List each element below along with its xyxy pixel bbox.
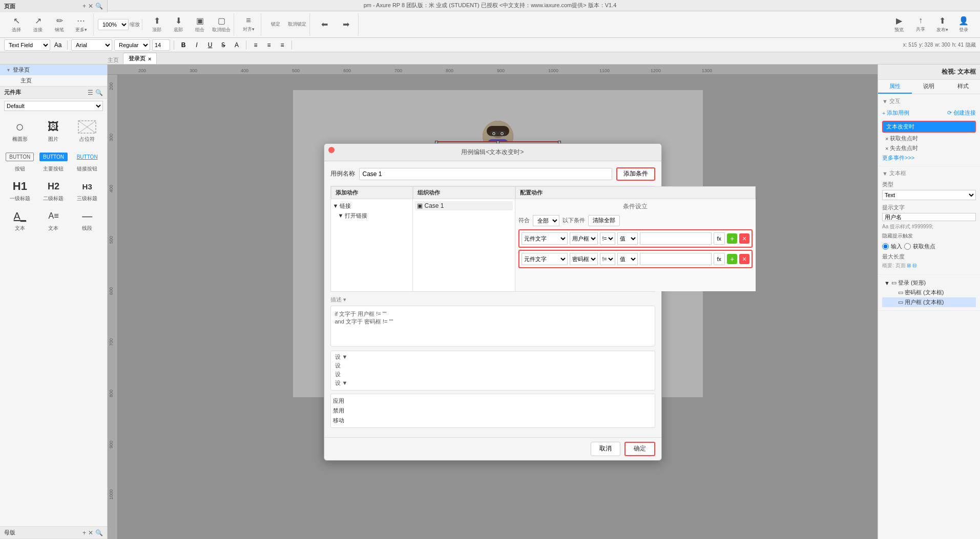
dialog-cancel-button[interactable]: 取消 bbox=[591, 442, 620, 456]
strikethrough-button[interactable]: S̶ bbox=[218, 39, 229, 51]
bottom-order-button[interactable]: ⬇ 底部 bbox=[168, 13, 189, 36]
more-events-link[interactable]: 更多事件>>> bbox=[882, 153, 976, 163]
val-input-2[interactable] bbox=[640, 253, 712, 265]
page-delete-button[interactable]: ✕ bbox=[88, 3, 93, 10]
unlock-button[interactable]: 取消锁定 bbox=[287, 13, 307, 36]
add-condition-row-1[interactable]: + bbox=[727, 233, 737, 244]
comp-button[interactable]: BUTTON 按钮 bbox=[4, 147, 36, 175]
hint-input[interactable] bbox=[882, 213, 976, 221]
login-tab-close[interactable]: × bbox=[148, 56, 151, 62]
type-select[interactable]: Text bbox=[882, 190, 976, 200]
preview-button[interactable]: ▶ 预览 bbox=[889, 13, 909, 36]
share-button[interactable]: ↑ 共享 bbox=[910, 13, 931, 36]
op-select-2[interactable]: != bbox=[600, 253, 615, 265]
master-delete-button[interactable]: ✕ bbox=[88, 529, 93, 536]
font-color-button[interactable]: A bbox=[231, 39, 242, 51]
page-search-button[interactable]: 🔍 bbox=[95, 3, 103, 10]
action-group-link[interactable]: ▼ 链接 bbox=[331, 201, 412, 211]
nav-left-button[interactable]: ⬅ bbox=[314, 13, 335, 36]
page-add-button[interactable]: + bbox=[82, 3, 86, 10]
create-link-button[interactable]: ⟳ 创建连接 bbox=[947, 109, 976, 117]
login-page-tab[interactable]: 登录页 × bbox=[123, 53, 157, 64]
rp-tab-property[interactable]: 属性 bbox=[878, 80, 912, 94]
comp-h3[interactable]: H3 三级标题 bbox=[71, 177, 103, 204]
page-tree-item-main[interactable]: 主页 bbox=[0, 75, 107, 86]
nav-right-button[interactable]: ➡ bbox=[336, 13, 356, 36]
scope-filter-icon[interactable]: ⊞ bbox=[907, 263, 911, 268]
move-action-item[interactable]: 移动 bbox=[331, 416, 655, 425]
comp-line[interactable]: — 线段 bbox=[71, 206, 103, 234]
underline-button[interactable]: U bbox=[204, 39, 216, 51]
rp-tab-description[interactable]: 说明 bbox=[912, 80, 946, 94]
component-style-button[interactable]: Aa bbox=[52, 39, 64, 51]
focus-event[interactable]: × 获取焦点时 bbox=[882, 134, 976, 143]
dialog-close-button[interactable] bbox=[328, 147, 335, 153]
sub-select-1[interactable]: 用户框 bbox=[570, 232, 598, 245]
clear-conditions-button[interactable]: 清除全部 bbox=[588, 215, 620, 226]
group-button[interactable]: ▣ 组合 bbox=[190, 13, 210, 36]
rp-tree-password[interactable]: ▭ 密码框 (文本框) bbox=[882, 288, 976, 297]
blur-event[interactable]: × 失去焦点时 bbox=[882, 143, 976, 153]
val-input-1[interactable] bbox=[640, 232, 712, 245]
account-button[interactable]: 👤 登录 bbox=[953, 13, 974, 36]
top-order-button[interactable]: ⬆ 顶部 bbox=[147, 13, 167, 36]
comp-placeholder[interactable]: 占位符 bbox=[71, 117, 103, 145]
zoom-select[interactable]: 100% bbox=[98, 19, 129, 30]
ungroup-button[interactable]: ▢ 取消组合 bbox=[211, 13, 232, 36]
more-tools-button[interactable]: ⋯ 更多▾ bbox=[71, 13, 91, 36]
select-tool-button[interactable]: ↖ 选择 bbox=[6, 13, 27, 36]
comp-lib-menu-button[interactable]: ☰ bbox=[88, 89, 93, 96]
sub-select-2[interactable]: 密码框 bbox=[570, 253, 598, 265]
comp-link-button[interactable]: BUTTON 链接按钮 bbox=[71, 147, 103, 175]
rp-tab-style[interactable]: 样式 bbox=[946, 80, 980, 94]
del-condition-row-1[interactable]: × bbox=[739, 233, 749, 244]
comp-text[interactable]: A_ 文本 bbox=[4, 206, 36, 234]
comp-text-aligned[interactable]: A≡ 文本 bbox=[38, 206, 70, 234]
add-case-button[interactable]: + 添加用例 bbox=[882, 108, 909, 118]
fx-button-1[interactable]: fx bbox=[714, 232, 725, 245]
field-select-2[interactable]: 元件文字 bbox=[522, 253, 568, 265]
italic-button[interactable]: I bbox=[191, 39, 202, 51]
rp-tree-username[interactable]: ▭ 用户框 (文本框) bbox=[882, 297, 976, 307]
comp-h1[interactable]: H1 一级标题 bbox=[4, 177, 36, 204]
publish-button[interactable]: ⬆ 发布▾ bbox=[932, 13, 952, 36]
fx-button-2[interactable]: fx bbox=[714, 253, 725, 265]
font-family-select[interactable]: Arial bbox=[71, 39, 112, 51]
comp-primary-button[interactable]: BUTTON 主要按钮 bbox=[38, 147, 70, 175]
comp-h2[interactable]: H2 二级标题 bbox=[38, 177, 70, 204]
val-type-select-2[interactable]: 值 bbox=[617, 253, 638, 265]
case-name-input[interactable] bbox=[359, 168, 612, 180]
case-1-item[interactable]: ▣ Case 1 bbox=[415, 201, 513, 210]
lock-button[interactable]: 锁定 bbox=[265, 13, 286, 36]
val-type-select-1[interactable]: 值 bbox=[617, 232, 638, 245]
comp-lib-dropdown[interactable]: Default bbox=[4, 101, 103, 111]
scope-icon-2[interactable]: ⊟ bbox=[912, 263, 916, 268]
focus-radio[interactable] bbox=[904, 243, 911, 250]
align-right-button[interactable]: ≡ bbox=[277, 39, 288, 51]
master-search-button[interactable]: 🔍 bbox=[95, 529, 103, 536]
main-tab[interactable]: 主页 bbox=[108, 56, 119, 64]
master-add-button[interactable]: + bbox=[82, 529, 86, 536]
bold-button[interactable]: B bbox=[178, 39, 189, 51]
connect-tool-button[interactable]: ↗ 连接 bbox=[28, 13, 48, 36]
apply-action-item[interactable]: 应用 bbox=[331, 396, 655, 406]
del-condition-row-2[interactable]: × bbox=[739, 254, 749, 264]
rp-tree-login[interactable]: ▼ ▭ 登录 (矩形) bbox=[882, 278, 976, 288]
align-left-button[interactable]: ≡ bbox=[250, 39, 261, 51]
add-condition-row-2[interactable]: + bbox=[727, 254, 737, 264]
disable-action-item[interactable]: 禁用 bbox=[331, 406, 655, 416]
align-button[interactable]: ≡ 对齐▾ bbox=[238, 13, 259, 36]
page-tree-item-login[interactable]: ▼ 登录页 bbox=[0, 64, 107, 75]
align-center-button[interactable]: ≡ bbox=[263, 39, 275, 51]
canvas-area[interactable]: 200 300 400 500 600 700 800 900 1000 110… bbox=[108, 64, 878, 539]
text-change-event[interactable]: 文本改变时 bbox=[882, 121, 976, 133]
comp-image[interactable]: 🖼 图片 bbox=[38, 117, 70, 145]
dialog-ok-button[interactable]: 确定 bbox=[624, 442, 655, 456]
add-condition-button[interactable]: 添加条件 bbox=[616, 167, 655, 181]
comp-ellipse[interactable]: ○ 椭圆形 bbox=[4, 117, 36, 145]
filter-mode-select[interactable]: 全部 任意 bbox=[533, 215, 559, 226]
input-radio[interactable] bbox=[882, 243, 889, 250]
field-select-1[interactable]: 元件文字 bbox=[522, 232, 568, 245]
font-style-select[interactable]: Regular bbox=[114, 39, 150, 51]
font-size-input[interactable] bbox=[152, 39, 170, 51]
